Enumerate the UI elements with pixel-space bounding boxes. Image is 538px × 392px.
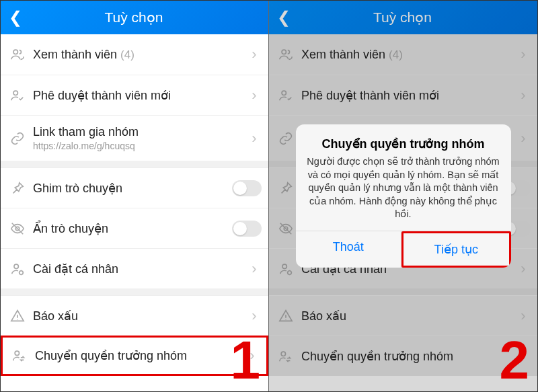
hide-toggle[interactable] [232, 221, 262, 237]
step-number-2: 2 [500, 334, 530, 387]
options-list: Xem thành viên (4) › Phê duyệt thành viê… [1, 34, 268, 376]
hide-label: Ẩn trò chuyện [33, 221, 232, 236]
report-label: Báo xấu [33, 309, 247, 323]
transfer-icon [12, 348, 35, 363]
row-view-members[interactable]: Xem thành viên (4) › [1, 34, 268, 75]
section-gap [1, 161, 268, 167]
row-group-link[interactable]: Link tham gia nhómhttps://zalo.me/g/hcuq… [1, 115, 268, 161]
pane-step-1: ❮ Tuỳ chọn Xem thành viên (4) › Phê duyệ… [1, 1, 269, 391]
view-members-label: Xem thành viên [33, 48, 117, 61]
chevron-icon: › [247, 87, 262, 104]
header-title: Tuỳ chọn [7, 9, 260, 26]
pane-step-2: ❮ Tuỳ chọn Xem thành viên (4) › Phê duyệ… [269, 1, 537, 391]
dialog-message: Người được chọn sẽ trở thành trưởng nhóm… [307, 155, 500, 221]
modal-overlay: Chuyển quyền trưởng nhóm Người được chọn… [269, 1, 537, 391]
link-icon [10, 131, 33, 146]
approve-label: Phê duyệt thành viên mới [33, 88, 247, 103]
members-count: (4) [120, 48, 134, 61]
confirm-button[interactable]: Tiếp tục [401, 231, 511, 268]
link-url: https://zalo.me/g/hcuqsq [33, 141, 247, 151]
confirm-dialog: Chuyển quyền trưởng nhóm Người được chọn… [296, 124, 511, 268]
step-number-1: 1 [231, 334, 261, 387]
chevron-icon: › [247, 130, 262, 147]
cancel-button[interactable]: Thoát [296, 231, 402, 268]
svg-point-1 [13, 91, 17, 95]
dialog-buttons: Thoát Tiếp tục [296, 231, 511, 268]
svg-point-5 [15, 351, 19, 355]
members-icon [10, 47, 33, 62]
section-gap [1, 288, 268, 295]
link-label: Link tham gia nhóm [33, 125, 139, 139]
row-hide-chat[interactable]: Ẩn trò chuyện [1, 208, 268, 248]
transfer-label: Chuyển quyền trưởng nhóm [35, 348, 245, 363]
chevron-icon: › [247, 307, 262, 325]
dialog-title: Chuyển quyền trưởng nhóm [307, 136, 500, 151]
personal-icon [10, 262, 33, 276]
svg-point-4 [20, 270, 24, 274]
row-personal-settings[interactable]: Cài đặt cá nhân › [1, 248, 268, 288]
hide-icon [10, 221, 33, 236]
row-approve-members[interactable]: Phê duyệt thành viên mới › [1, 75, 268, 115]
personal-label: Cài đặt cá nhân [33, 262, 247, 276]
chevron-icon: › [247, 46, 262, 63]
svg-point-3 [14, 264, 18, 268]
row-report[interactable]: Báo xấu › [1, 295, 268, 336]
comparison-container: ❮ Tuỳ chọn Xem thành viên (4) › Phê duyệ… [0, 0, 538, 392]
pin-toggle[interactable] [232, 180, 262, 196]
row-transfer-admin[interactable]: Chuyển quyền trưởng nhóm › [1, 336, 268, 376]
approve-icon [10, 88, 33, 103]
pin-icon [10, 181, 33, 196]
svg-point-0 [13, 50, 17, 54]
row-pin-chat[interactable]: Ghim trò chuyện [1, 167, 268, 208]
report-icon [10, 309, 33, 323]
pin-label: Ghim trò chuyện [33, 181, 232, 196]
chevron-icon: › [247, 260, 262, 278]
header: ❮ Tuỳ chọn [1, 1, 268, 34]
